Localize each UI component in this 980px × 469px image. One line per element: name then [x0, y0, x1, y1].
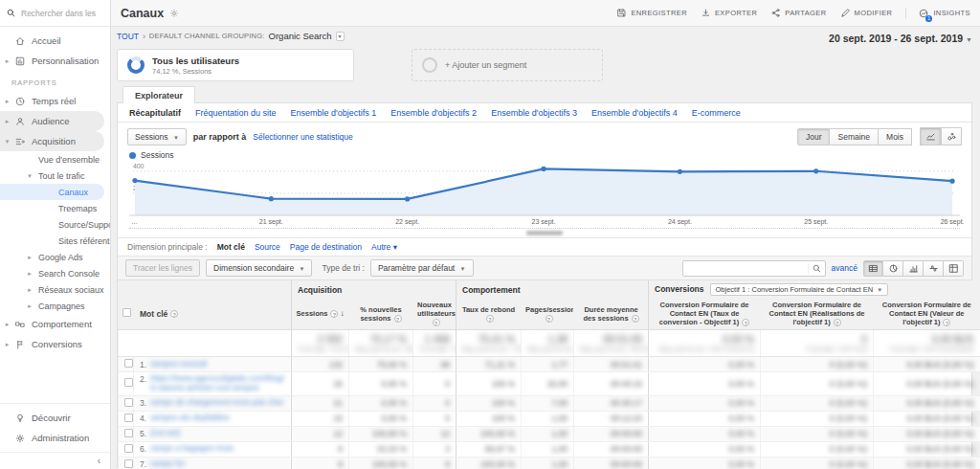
subtab-ensemble-d-objectifs-2[interactable]: Ensemble d'objectifs 2 [390, 108, 477, 118]
row-checkbox[interactable] [124, 398, 133, 407]
sidebar-item-tout-le-trafic[interactable]: ▾Tout le trafic [0, 168, 110, 184]
help-icon[interactable]: ? [330, 310, 338, 318]
select-all-checkbox[interactable] [122, 308, 131, 317]
view-comparison-button[interactable] [924, 260, 944, 277]
view-pivot-button[interactable] [944, 260, 964, 277]
add-segment-button[interactable]: + Ajouter un segment [412, 49, 603, 81]
view-table-button[interactable] [863, 260, 883, 277]
sidebar-item-r-seaux-sociaux[interactable]: ▸Réseaux sociaux [0, 281, 110, 298]
plot-rows-button[interactable]: Tracer les lignes [125, 259, 200, 277]
column-header-6[interactable]: Durée moyenne des sessions? [574, 298, 649, 330]
column-header-9[interactable]: Conversion Formulaire de Contact EN (Val… [874, 298, 980, 330]
exporter-button[interactable]: EXPORTER [701, 8, 757, 18]
row-checkbox[interactable] [124, 444, 133, 453]
enregistrer-button[interactable]: ENREGISTRER [616, 8, 687, 18]
help-icon[interactable]: ? [433, 319, 440, 326]
dimension-option-autre[interactable]: Autre ▾ [371, 242, 397, 252]
metric-select-button[interactable]: Sessions ▼ [127, 128, 187, 145]
dimension-option-page-de-destination[interactable]: Page de destination [290, 242, 362, 252]
view-performance-button[interactable] [903, 260, 924, 277]
line-chart-view-button[interactable] [920, 127, 941, 145]
report-search-input[interactable] [21, 9, 98, 18]
conversions-goal-selector[interactable]: Objectif 1 : Conversion Formulaire de Co… [710, 283, 889, 296]
granularity-mois[interactable]: Mois [879, 128, 912, 145]
segment-chip-all-users[interactable]: Tous les utilisateurs 74,12 %, Sessions [117, 49, 354, 81]
report-attribution-icon[interactable] [168, 8, 180, 19]
keyword-link[interactable]: rampes alu depliables [150, 413, 230, 423]
date-range-picker[interactable]: 20 sept. 2019 - 26 sept. 2019 ▼ [829, 31, 972, 44]
column-header-5[interactable]: Pages/session? [522, 298, 574, 330]
help-icon[interactable]: ? [170, 310, 178, 318]
sidebar-item-search-console[interactable]: ▸Search Console [0, 265, 110, 281]
row-checkbox[interactable] [124, 378, 133, 387]
dimension-option-mot-cl-[interactable]: Mot clé [217, 242, 245, 252]
keyword-link[interactable]: rampes nerendi [150, 360, 207, 369]
keyword-link[interactable]: (not set) [150, 429, 180, 438]
help-icon[interactable]: ? [486, 315, 494, 323]
column-header-2[interactable]: % nouvelles sessions? [349, 298, 413, 330]
sidebar-item-acquisition[interactable]: ▾Acquisition [0, 131, 104, 151]
sidebar-item-comportement[interactable]: ▸Comportement [0, 314, 110, 334]
modifier-button[interactable]: MODIFIER [840, 8, 893, 18]
sidebar-item-accueil[interactable]: Accueil [0, 31, 110, 51]
view-percent-button[interactable] [883, 260, 903, 277]
subtab-ensemble-d-objectifs-3[interactable]: Ensemble d'objectifs 3 [491, 108, 577, 118]
chart-scrubber[interactable] [526, 231, 563, 235]
sidebar-item-source-support[interactable]: Source/Support [0, 216, 110, 233]
advanced-search-link[interactable]: avancé [832, 263, 858, 273]
breadcrumb-root-link[interactable]: TOUT [117, 32, 139, 41]
sidebar-item-administration[interactable]: Administration [0, 428, 110, 448]
keyword-link[interactable]: https://www.agencedigitale.com/blog/5-ra… [150, 374, 285, 393]
dimension-option-source[interactable]: Source [255, 242, 280, 252]
sidebar-item-canaux[interactable]: Canaux [0, 184, 104, 200]
column-header-3[interactable]: Nouveaux utilisateurs? [413, 298, 457, 330]
subtab-fr-quentation-du-site[interactable]: Fréquentation du site [195, 108, 277, 118]
sidebar-item-temps-r-el[interactable]: ▸Temps réel [0, 91, 110, 111]
subtab-ensemble-d-objectifs-4[interactable]: Ensemble d'objectifs 4 [591, 108, 678, 118]
search-icon[interactable] [808, 263, 825, 274]
keyword-link[interactable]: rampe a bagages moto [150, 444, 234, 454]
help-icon[interactable]: ? [394, 315, 402, 323]
granularity-jour[interactable]: Jour [797, 128, 831, 145]
help-icon[interactable]: ? [632, 315, 639, 323]
table-search-input[interactable] [683, 263, 808, 273]
subtab-ensemble-d-objectifs-1[interactable]: Ensemble d'objectifs 1 [291, 108, 377, 118]
row-checkbox[interactable] [124, 429, 133, 437]
help-icon[interactable]: ? [834, 319, 841, 326]
motion-chart-view-button[interactable] [941, 127, 962, 145]
subtab-r-capitulatif[interactable]: Récapitulatif [129, 108, 181, 118]
column-header-4[interactable]: Taux de rebond? [457, 298, 522, 330]
breadcrumb-dropdown-button[interactable]: ▾ [336, 32, 345, 41]
sidebar-item-treemaps[interactable]: Treemaps [0, 200, 110, 216]
row-checkbox[interactable] [124, 459, 133, 468]
partager-button[interactable]: PARTAGER [770, 8, 826, 18]
sort-type-button[interactable]: Paramètre par défaut ▼ [370, 259, 474, 277]
secondary-dimension-button[interactable]: Dimension secondaire ▼ [206, 259, 312, 277]
tab-explorateur[interactable]: Explorateur [122, 86, 195, 103]
column-header-mot-cle[interactable]: Mot clé? [134, 298, 292, 330]
select-metric-link[interactable]: Sélectionner une statistique [253, 132, 352, 142]
keyword-link[interactable]: rampe fer [150, 459, 185, 469]
sidebar-item-vue-d-ensemble[interactable]: Vue d'ensemble [0, 151, 110, 168]
sidebar-item-d-couvrir[interactable]: Découvrir [0, 408, 110, 428]
keyword-link[interactable]: rampe de chargement moto pas cher [150, 398, 283, 408]
help-icon[interactable]: ? [742, 319, 749, 326]
help-icon[interactable]: ? [943, 319, 950, 326]
report-search[interactable] [0, 0, 110, 27]
granularity-semaine[interactable]: Semaine [830, 128, 879, 145]
row-checkbox[interactable] [124, 359, 133, 368]
sidebar-item-google-ads[interactable]: ▸Google Ads [0, 249, 110, 265]
column-header-8[interactable]: Conversion Formulaire de Contact EN (Réa… [761, 298, 874, 330]
sidebar-item-campagnes[interactable]: ▸Campagnes [0, 298, 110, 314]
column-header-7[interactable]: Conversion Formulaire de Contact EN (Tau… [649, 298, 761, 330]
sidebar-item-personnalisation[interactable]: ▸Personnalisation [0, 51, 110, 71]
sidebar-item-audience[interactable]: ▸Audience [0, 111, 104, 131]
sidebar-collapse-button[interactable]: ‹ [0, 452, 110, 469]
sidebar-item-sites-r-f-rents[interactable]: Sites référents [0, 233, 110, 249]
insights-button[interactable]: 1INSIGHTS [905, 8, 970, 19]
column-header-1[interactable]: Sessions?↓ [292, 298, 349, 330]
row-checkbox[interactable] [124, 413, 133, 422]
help-icon[interactable]: ? [546, 315, 553, 323]
subtab-e-commerce[interactable]: E-commerce [692, 108, 741, 118]
sidebar-item-conversions[interactable]: ▸Conversions [0, 334, 110, 354]
